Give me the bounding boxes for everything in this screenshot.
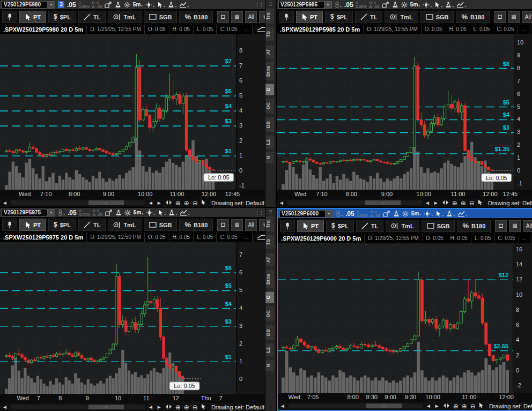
drawings-icon[interactable]: ▾ — [179, 2, 189, 8]
timeline-tool-button[interactable]: TmL — [108, 11, 141, 23]
price-axis[interactable]: 876543210-1 — [236, 34, 265, 190]
sidebar-tab-l2[interactable]: L2 — [265, 343, 274, 357]
trendline-tool-button[interactable]: TL — [356, 220, 383, 232]
sidebar-tab-trd[interactable]: Trd — [265, 216, 274, 231]
link-chain-icon[interactable]: ▾ — [336, 211, 343, 217]
price-increment[interactable]: .05 — [68, 209, 77, 216]
settings-gear-icon[interactable] — [402, 211, 409, 217]
settings-gear-icon[interactable] — [124, 210, 131, 216]
symbol-dropdown-button[interactable]: ▾ — [48, 209, 55, 216]
more-field[interactable]: ... — [241, 233, 253, 242]
scroll-left-icon[interactable]: ◄ — [280, 403, 285, 409]
zoom-in-icon[interactable]: ⊕ — [462, 402, 467, 410]
sidebar-tab-ts[interactable]: TS — [265, 235, 274, 249]
pin-toolbar-button[interactable] — [2, 219, 17, 231]
trendline-tool-button[interactable]: TL — [78, 11, 106, 23]
pan-right-icon[interactable]: ► — [433, 200, 439, 206]
spl-tool-button[interactable]: $$PL — [48, 11, 76, 23]
pin-toolbar-button[interactable] — [280, 220, 295, 232]
zoom-out-icon[interactable]: ⊖ — [470, 402, 476, 410]
studies-flask2-icon[interactable]: ▾ — [168, 2, 176, 8]
interval-button[interactable]: 5m▾ — [411, 211, 421, 216]
sidebar-tab-oc[interactable]: OC — [265, 307, 274, 322]
scrollbar-thumb[interactable]: ▪ — [88, 405, 124, 409]
pointer-icon[interactable] — [201, 199, 206, 206]
crosshair-target-icon[interactable]: ⊕ — [175, 199, 181, 207]
more-field[interactable]: ... — [241, 25, 253, 34]
grid-layout-button[interactable] — [231, 219, 243, 231]
sidebar-tab-btns[interactable]: Btns — [265, 270, 274, 288]
grid-layout-button[interactable] — [509, 220, 521, 232]
time-axis[interactable]: Wed7:058:008:309:009:3010:0011:0012:00 — [278, 393, 532, 402]
more-dots-icon[interactable]: ⋮⋮ — [255, 210, 263, 215]
drawings-icon[interactable]: ▾ — [180, 210, 189, 216]
more-field[interactable]: ... — [518, 25, 529, 34]
price-axis[interactable]: 1614121086420-2 — [513, 243, 532, 393]
sgb-tool-button[interactable]: SGB — [422, 220, 455, 232]
settings-gear-icon[interactable] — [401, 2, 408, 8]
crosshair-target-icon[interactable]: ⊕ — [175, 403, 181, 411]
symbol-dropdown-button[interactable]: ▾ — [326, 210, 333, 218]
price-increment[interactable]: .05 — [345, 210, 354, 218]
zoom-in-icon[interactable]: ⊕ — [461, 199, 466, 207]
price-axis[interactable]: 76543210 — [236, 242, 265, 394]
strip-curve-icon[interactable] — [253, 26, 265, 33]
price-increment[interactable]: .05 — [344, 1, 353, 9]
share-icon[interactable] — [105, 2, 112, 8]
sidebar-menu-icon[interactable]: ≡ — [269, 208, 272, 216]
symbol-input[interactable] — [278, 1, 324, 9]
auto-scale-icon[interactable] — [443, 402, 450, 410]
auto-scale-icon[interactable] — [165, 199, 172, 207]
sidebar-menu-icon[interactable]: ≡ — [269, 0, 272, 9]
pan-right-icon[interactable]: ► — [434, 403, 440, 409]
drawing-set-label[interactable]: Drawing set: Default — [489, 403, 532, 409]
single-chart-button[interactable] — [495, 220, 507, 232]
trendline-tool-button[interactable]: TL — [355, 11, 382, 23]
sidebar-tab-db[interactable]: DB — [265, 325, 274, 340]
zoom-out-icon[interactable]: ⊖ — [193, 403, 198, 411]
pan-left-icon[interactable]: ◄ — [426, 403, 431, 409]
pin-toolbar-button[interactable] — [2, 11, 17, 23]
zoom-in-icon[interactable]: ⊕ — [184, 199, 189, 207]
b180-tool-button[interactable]: %B180 — [457, 220, 491, 232]
studies-flask-icon[interactable] — [115, 210, 122, 216]
price-increment[interactable]: .05 — [67, 1, 76, 9]
settings-gear-icon[interactable] — [124, 2, 130, 8]
time-axis[interactable]: Wed789101112Thu7 — [0, 394, 265, 403]
chart-canvas[interactable]: $6$5$4$3$1Lo: 0.05 — [0, 242, 236, 394]
single-chart-button[interactable] — [217, 11, 229, 23]
sidebar-tab-n[interactable]: N — [265, 152, 274, 163]
symbol-input[interactable] — [2, 1, 48, 9]
scroll-left-icon[interactable]: ◄ — [2, 404, 8, 410]
symbol-input[interactable] — [279, 210, 326, 218]
interval-button[interactable]: 5m▾ — [134, 210, 143, 215]
sgb-tool-button[interactable]: SGB — [144, 219, 178, 231]
chart-canvas[interactable]: $8$5$4$3$1.35Lo: 0.05 — [277, 34, 514, 190]
studies-flask2-icon[interactable]: ▾ — [446, 211, 455, 217]
share-icon[interactable] — [382, 2, 389, 8]
scroll-left-icon[interactable]: ◄ — [279, 200, 284, 206]
single-chart-button[interactable] — [494, 11, 506, 23]
chart-pattern-icon[interactable]: ▾ — [423, 2, 432, 8]
drawings-icon[interactable]: ▾ — [456, 2, 466, 8]
scroll-left-icon[interactable]: ◄ — [2, 200, 8, 206]
studies-flask-icon[interactable] — [115, 2, 121, 8]
symbol-dropdown-button[interactable]: ▾ — [48, 1, 55, 9]
cursor-tool-icon[interactable]: ▾ — [158, 210, 166, 216]
studies-flask2-icon[interactable]: ▾ — [168, 210, 177, 216]
b180-tool-button[interactable]: %B180 — [456, 11, 490, 23]
pan-left-icon[interactable]: ◄ — [425, 200, 430, 206]
sidebar-tab-l2[interactable]: L2 — [265, 136, 274, 149]
all-charts-button[interactable]: All — [522, 11, 532, 23]
sgb-tool-button[interactable]: SGB — [144, 11, 178, 23]
sidebar-tab-trd[interactable]: Trd — [265, 9, 274, 24]
spl-tool-button[interactable]: $$PL — [326, 220, 354, 232]
interval-button[interactable]: 5m▾ — [410, 2, 420, 8]
chart-pattern-icon[interactable]: ▾ — [424, 211, 433, 217]
pointer-icon[interactable] — [478, 199, 483, 206]
pointer-tool-button[interactable]: PT — [297, 220, 324, 232]
link-chain-icon[interactable]: ▾ — [335, 2, 342, 8]
link-color-badge[interactable]: 3 — [58, 1, 64, 8]
pan-left-icon[interactable]: ◄ — [148, 200, 153, 206]
share-icon[interactable] — [383, 211, 390, 217]
